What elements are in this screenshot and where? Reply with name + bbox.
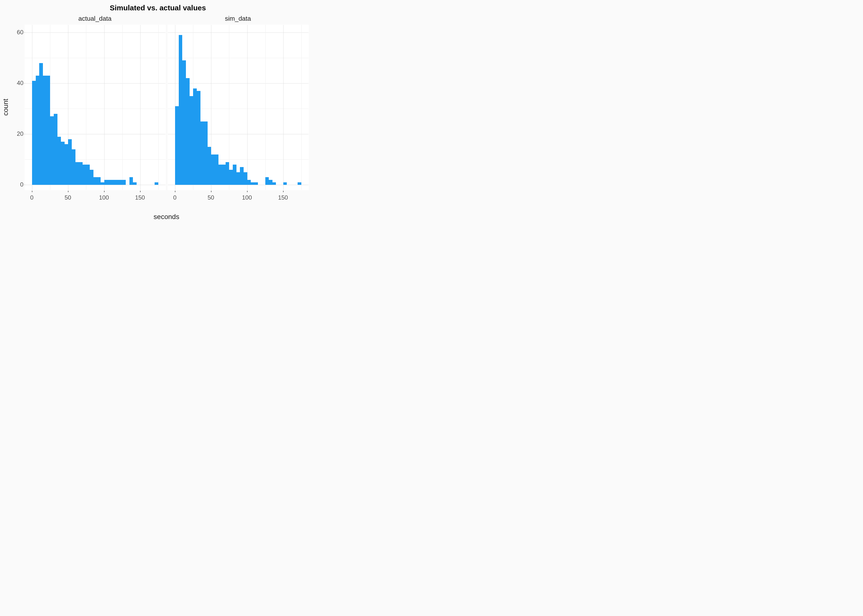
histogram-bar: [32, 81, 36, 185]
x-axis-label: seconds: [25, 213, 308, 221]
gridline-v-minor: [158, 25, 159, 190]
histogram-bar: [229, 170, 233, 185]
histogram-bar: [50, 116, 54, 185]
y-tick-label: 20: [17, 130, 24, 137]
histogram-bar: [79, 162, 83, 185]
histogram-bar: [298, 182, 301, 185]
chart-title: Simulated vs. actual values: [0, 4, 316, 12]
gridline-h: [168, 185, 309, 185]
histogram-bar: [104, 180, 108, 185]
y-axis-label-text: count: [2, 99, 9, 116]
plot-area: [25, 25, 308, 190]
histogram-bar: [272, 182, 276, 185]
facet-label-sim: sim_data: [168, 15, 308, 22]
y-tick-label: 40: [17, 80, 24, 86]
histogram-bar: [236, 172, 240, 185]
histogram-bar: [36, 75, 39, 185]
chart-container: Simulated vs. actual values actual_data …: [0, 0, 316, 225]
histogram-bar: [101, 182, 104, 185]
histogram-bar: [90, 170, 93, 185]
histogram-bar: [54, 114, 57, 185]
histogram-bar: [175, 106, 179, 185]
histogram-bar: [61, 142, 65, 185]
gridline-v-minor: [301, 25, 302, 190]
histogram-bar: [179, 35, 183, 185]
y-tick-label: 0: [20, 181, 24, 188]
histogram-bar: [72, 149, 76, 185]
histogram-bar: [283, 182, 287, 185]
x-tick-label: 150: [135, 194, 145, 201]
histogram-bar: [204, 121, 208, 185]
histogram-bar: [119, 180, 122, 185]
histogram-bar: [222, 165, 225, 185]
histogram-bar: [193, 88, 197, 185]
histogram-bar: [186, 78, 190, 185]
y-tick-label: 60: [17, 29, 24, 36]
histogram-bar: [129, 177, 133, 185]
gridline-v-minor: [265, 25, 266, 190]
histogram-bar: [68, 139, 72, 185]
histogram-bar: [255, 182, 258, 185]
histogram-bar: [93, 177, 97, 185]
histogram-bar: [39, 63, 43, 185]
y-axis-label: count: [2, 25, 9, 190]
panel-sim: [168, 25, 309, 190]
histogram-bar: [112, 180, 115, 185]
histogram-bar: [154, 182, 158, 185]
histogram-bar: [208, 147, 211, 185]
x-axis-ticks-right: 050100150: [168, 192, 308, 200]
histogram-bar: [215, 154, 219, 185]
histogram-bar: [269, 180, 272, 185]
histogram-bar: [200, 121, 204, 185]
histogram-bar: [190, 96, 193, 185]
histogram-bar: [115, 180, 119, 185]
histogram-bar: [43, 75, 47, 185]
histogram-bar: [76, 162, 79, 185]
x-tick-label: 150: [278, 194, 288, 201]
x-tick-label: 0: [173, 194, 176, 201]
histogram-bar: [197, 91, 200, 185]
x-tick-label: 0: [30, 194, 33, 201]
histogram-bar: [225, 162, 229, 185]
facet-label-actual: actual_data: [25, 15, 165, 22]
x-tick-label: 100: [99, 194, 109, 201]
histogram-bar: [244, 172, 247, 185]
histogram-bar: [122, 180, 126, 185]
histogram-bar: [108, 180, 112, 185]
x-tick-label: 100: [242, 194, 252, 201]
x-tick-label: 50: [65, 194, 71, 201]
gridline-v-minor: [122, 25, 123, 190]
x-axis-ticks-left: 050100150: [25, 192, 165, 200]
histogram-bar: [211, 154, 215, 185]
y-axis-ticks: 0204060: [11, 25, 24, 190]
histogram-bar: [65, 144, 68, 185]
histogram-bar: [86, 165, 90, 185]
histogram-bar: [247, 180, 251, 185]
histogram-bar: [265, 177, 269, 185]
histogram-bar: [97, 177, 101, 185]
histogram-bar: [233, 165, 236, 185]
x-tick-label: 50: [208, 194, 214, 201]
panel-actual: [25, 25, 166, 190]
histogram-bar: [240, 167, 244, 185]
histogram-bar: [182, 60, 186, 185]
histogram-bar: [219, 165, 222, 185]
histogram-bar: [83, 165, 86, 185]
histogram-bar: [57, 137, 61, 185]
histogram-bar: [47, 75, 50, 185]
histogram-bar: [133, 182, 137, 185]
histogram-bar: [251, 182, 255, 185]
gridline-h: [25, 185, 165, 185]
